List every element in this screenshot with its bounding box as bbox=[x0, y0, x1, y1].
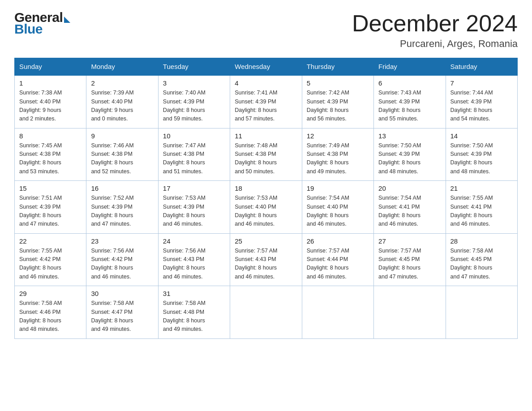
day-info: Sunrise: 7:47 AMSunset: 4:38 PMDaylight:… bbox=[163, 142, 206, 175]
day-number: 3 bbox=[163, 79, 225, 87]
calendar-header-row: SundayMondayTuesdayWednesdayThursdayFrid… bbox=[15, 58, 518, 76]
calendar-cell bbox=[374, 286, 446, 339]
day-info: Sunrise: 7:58 AMSunset: 4:48 PMDaylight:… bbox=[163, 300, 206, 332]
day-info: Sunrise: 7:52 AMSunset: 4:39 PMDaylight:… bbox=[91, 195, 133, 227]
calendar-cell: 14Sunrise: 7:50 AMSunset: 4:39 PMDayligh… bbox=[446, 128, 517, 181]
day-number: 11 bbox=[235, 132, 297, 140]
day-info: Sunrise: 7:57 AMSunset: 4:44 PMDaylight:… bbox=[307, 248, 349, 280]
calendar-cell: 30Sunrise: 7:58 AMSunset: 4:47 PMDayligh… bbox=[86, 286, 158, 339]
calendar-cell: 27Sunrise: 7:57 AMSunset: 4:45 PMDayligh… bbox=[374, 233, 446, 286]
day-info: Sunrise: 7:58 AMSunset: 4:45 PMDaylight:… bbox=[450, 248, 493, 280]
day-number: 25 bbox=[235, 237, 297, 245]
day-number: 10 bbox=[163, 132, 225, 140]
calendar-cell: 19Sunrise: 7:54 AMSunset: 4:40 PMDayligh… bbox=[302, 181, 373, 234]
day-number: 30 bbox=[91, 290, 153, 297]
day-info: Sunrise: 7:50 AMSunset: 4:39 PMDaylight:… bbox=[378, 142, 421, 175]
day-number: 13 bbox=[378, 132, 441, 140]
header-tuesday: Tuesday bbox=[158, 58, 230, 76]
calendar-cell: 10Sunrise: 7:47 AMSunset: 4:38 PMDayligh… bbox=[158, 128, 230, 181]
day-number: 28 bbox=[450, 237, 513, 245]
day-number: 27 bbox=[378, 237, 441, 245]
day-number: 4 bbox=[235, 79, 297, 87]
day-info: Sunrise: 7:42 AMSunset: 4:39 PMDaylight:… bbox=[307, 90, 349, 122]
calendar-cell: 5Sunrise: 7:42 AMSunset: 4:39 PMDaylight… bbox=[302, 75, 373, 128]
calendar-cell: 2Sunrise: 7:39 AMSunset: 4:40 PMDaylight… bbox=[86, 75, 158, 128]
logo: General Blue bbox=[14, 11, 70, 36]
day-number: 19 bbox=[307, 184, 369, 192]
day-number: 24 bbox=[163, 237, 225, 245]
header-thursday: Thursday bbox=[302, 58, 373, 76]
day-number: 31 bbox=[163, 290, 225, 297]
day-info: Sunrise: 7:55 AMSunset: 4:41 PMDaylight:… bbox=[450, 195, 493, 227]
day-info: Sunrise: 7:39 AMSunset: 4:40 PMDaylight:… bbox=[91, 90, 133, 122]
calendar-cell: 6Sunrise: 7:43 AMSunset: 4:39 PMDaylight… bbox=[374, 75, 446, 128]
day-number: 18 bbox=[235, 184, 297, 192]
day-info: Sunrise: 7:45 AMSunset: 4:38 PMDaylight:… bbox=[19, 142, 62, 175]
logo-arrow-icon bbox=[64, 17, 70, 23]
header-wednesday: Wednesday bbox=[230, 58, 302, 76]
day-info: Sunrise: 7:58 AMSunset: 4:47 PMDaylight:… bbox=[91, 300, 133, 332]
day-number: 22 bbox=[19, 237, 82, 245]
calendar-cell: 3Sunrise: 7:40 AMSunset: 4:39 PMDaylight… bbox=[158, 75, 230, 128]
day-info: Sunrise: 7:46 AMSunset: 4:38 PMDaylight:… bbox=[91, 142, 133, 175]
calendar-week-row: 8Sunrise: 7:45 AMSunset: 4:38 PMDaylight… bbox=[15, 128, 518, 181]
day-number: 16 bbox=[91, 184, 153, 192]
calendar-cell: 28Sunrise: 7:58 AMSunset: 4:45 PMDayligh… bbox=[446, 233, 517, 286]
calendar-title: December 2024 bbox=[352, 11, 518, 36]
day-number: 21 bbox=[450, 184, 513, 192]
header-friday: Friday bbox=[374, 58, 446, 76]
day-info: Sunrise: 7:48 AMSunset: 4:38 PMDaylight:… bbox=[235, 142, 277, 175]
day-number: 23 bbox=[91, 237, 153, 245]
title-block: December 2024 Purcareni, Arges, Romania bbox=[352, 11, 518, 50]
day-info: Sunrise: 7:58 AMSunset: 4:46 PMDaylight:… bbox=[19, 300, 62, 332]
calendar-week-row: 15Sunrise: 7:51 AMSunset: 4:39 PMDayligh… bbox=[15, 181, 518, 234]
day-number: 6 bbox=[378, 79, 441, 87]
day-info: Sunrise: 7:57 AMSunset: 4:45 PMDaylight:… bbox=[378, 248, 421, 280]
day-number: 7 bbox=[450, 79, 513, 87]
day-info: Sunrise: 7:55 AMSunset: 4:42 PMDaylight:… bbox=[19, 248, 62, 280]
calendar-cell: 4Sunrise: 7:41 AMSunset: 4:39 PMDaylight… bbox=[230, 75, 302, 128]
day-info: Sunrise: 7:56 AMSunset: 4:42 PMDaylight:… bbox=[91, 248, 133, 280]
day-number: 26 bbox=[307, 237, 369, 245]
day-info: Sunrise: 7:40 AMSunset: 4:39 PMDaylight:… bbox=[163, 90, 206, 122]
calendar-cell bbox=[230, 286, 302, 339]
day-number: 8 bbox=[19, 132, 82, 140]
calendar-table: SundayMondayTuesdayWednesdayThursdayFrid… bbox=[14, 58, 518, 339]
day-info: Sunrise: 7:54 AMSunset: 4:41 PMDaylight:… bbox=[378, 195, 421, 227]
day-number: 5 bbox=[307, 79, 369, 87]
calendar-week-row: 1Sunrise: 7:38 AMSunset: 4:40 PMDaylight… bbox=[15, 75, 518, 128]
logo-blue: Blue bbox=[14, 22, 70, 36]
calendar-cell: 16Sunrise: 7:52 AMSunset: 4:39 PMDayligh… bbox=[86, 181, 158, 234]
day-info: Sunrise: 7:38 AMSunset: 4:40 PMDaylight:… bbox=[19, 90, 62, 122]
day-number: 15 bbox=[19, 184, 82, 192]
day-number: 2 bbox=[91, 79, 153, 87]
calendar-cell bbox=[446, 286, 517, 339]
calendar-cell: 22Sunrise: 7:55 AMSunset: 4:42 PMDayligh… bbox=[15, 233, 86, 286]
calendar-cell: 13Sunrise: 7:50 AMSunset: 4:39 PMDayligh… bbox=[374, 128, 446, 181]
day-info: Sunrise: 7:57 AMSunset: 4:43 PMDaylight:… bbox=[235, 248, 277, 280]
calendar-cell: 20Sunrise: 7:54 AMSunset: 4:41 PMDayligh… bbox=[374, 181, 446, 234]
calendar-cell: 24Sunrise: 7:56 AMSunset: 4:43 PMDayligh… bbox=[158, 233, 230, 286]
calendar-cell: 15Sunrise: 7:51 AMSunset: 4:39 PMDayligh… bbox=[15, 181, 86, 234]
day-info: Sunrise: 7:53 AMSunset: 4:40 PMDaylight:… bbox=[235, 195, 277, 227]
header-sunday: Sunday bbox=[15, 58, 86, 76]
day-info: Sunrise: 7:50 AMSunset: 4:39 PMDaylight:… bbox=[450, 142, 493, 175]
day-info: Sunrise: 7:51 AMSunset: 4:39 PMDaylight:… bbox=[19, 195, 62, 227]
calendar-subtitle: Purcareni, Arges, Romania bbox=[352, 38, 518, 50]
header-saturday: Saturday bbox=[446, 58, 517, 76]
calendar-cell: 29Sunrise: 7:58 AMSunset: 4:46 PMDayligh… bbox=[15, 286, 86, 339]
calendar-week-row: 22Sunrise: 7:55 AMSunset: 4:42 PMDayligh… bbox=[15, 233, 518, 286]
calendar-cell: 11Sunrise: 7:48 AMSunset: 4:38 PMDayligh… bbox=[230, 128, 302, 181]
page-header: General Blue December 2024 Purcareni, Ar… bbox=[14, 11, 518, 50]
day-info: Sunrise: 7:44 AMSunset: 4:39 PMDaylight:… bbox=[450, 90, 493, 122]
day-info: Sunrise: 7:49 AMSunset: 4:38 PMDaylight:… bbox=[307, 142, 349, 175]
calendar-cell: 7Sunrise: 7:44 AMSunset: 4:39 PMDaylight… bbox=[446, 75, 517, 128]
day-info: Sunrise: 7:43 AMSunset: 4:39 PMDaylight:… bbox=[378, 90, 421, 122]
day-number: 20 bbox=[378, 184, 441, 192]
day-number: 29 bbox=[19, 290, 82, 297]
day-number: 1 bbox=[19, 79, 82, 87]
header-monday: Monday bbox=[86, 58, 158, 76]
calendar-cell: 31Sunrise: 7:58 AMSunset: 4:48 PMDayligh… bbox=[158, 286, 230, 339]
calendar-cell bbox=[302, 286, 373, 339]
day-info: Sunrise: 7:54 AMSunset: 4:40 PMDaylight:… bbox=[307, 195, 349, 227]
